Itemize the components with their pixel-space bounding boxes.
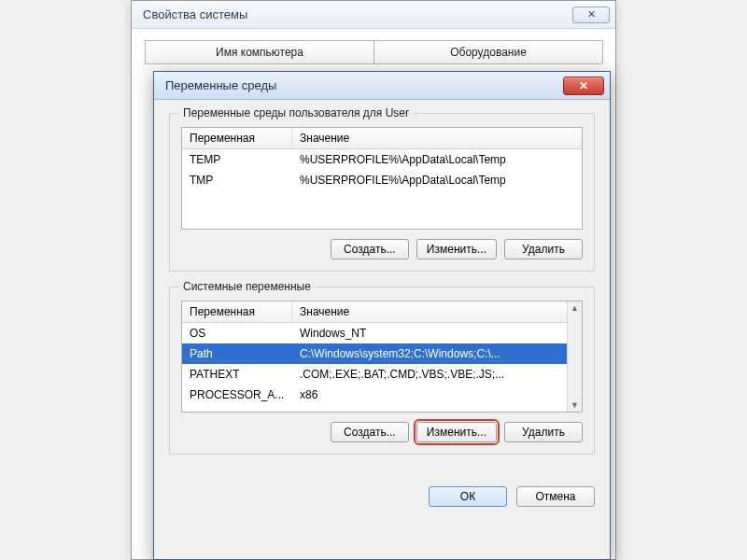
column-header-variable[interactable]: Переменная bbox=[182, 301, 292, 322]
var-value: x86 bbox=[292, 386, 567, 403]
system-properties-title: Свойства системы bbox=[143, 7, 572, 21]
table-row[interactable]: TEMP %USERPROFILE%\AppData\Local\Temp bbox=[182, 149, 582, 170]
var-value: %USERPROFILE%\AppData\Local\Temp bbox=[292, 172, 582, 189]
dialog-footer-buttons: ОК Отмена bbox=[154, 481, 610, 507]
system-vars-header: Переменная Значение bbox=[182, 301, 567, 323]
user-vars-list[interactable]: Переменная Значение TEMP %USERPROFILE%\A… bbox=[181, 127, 583, 230]
user-vars-header: Переменная Значение bbox=[182, 128, 582, 149]
scrollbar[interactable] bbox=[567, 301, 582, 412]
column-header-value[interactable]: Значение bbox=[292, 128, 582, 148]
close-icon: ✕ bbox=[587, 8, 596, 21]
table-row[interactable]: TMP %USERPROFILE%\AppData\Local\Temp bbox=[182, 170, 582, 190]
var-value: .COM;.EXE;.BAT;.CMD;.VBS;.VBE;.JS;... bbox=[292, 366, 567, 383]
var-value: C:\Windows\system32;C:\Windows;C:\... bbox=[292, 345, 567, 362]
table-row[interactable]: Path C:\Windows\system32;C:\Windows;C:\.… bbox=[182, 343, 567, 364]
system-create-button[interactable]: Создать... bbox=[331, 422, 409, 442]
var-name: TEMP bbox=[182, 151, 292, 168]
table-row[interactable]: OS Windows_NT bbox=[182, 323, 567, 343]
env-vars-title: Переменные среды bbox=[165, 78, 563, 92]
var-name: PROCESSOR_A... bbox=[182, 386, 292, 403]
column-header-value[interactable]: Значение bbox=[292, 301, 567, 322]
user-create-button[interactable]: Создать... bbox=[331, 239, 409, 259]
table-row[interactable]: PATHEXT .COM;.EXE;.BAT;.CMD;.VBS;.VBE;.J… bbox=[182, 364, 567, 385]
var-value: %USERPROFILE%\AppData\Local\Temp bbox=[292, 151, 582, 168]
system-properties-titlebar[interactable]: Свойства системы ✕ bbox=[132, 1, 615, 29]
env-vars-body: Переменные среды пользователя для User П… bbox=[154, 100, 610, 481]
system-vars-group: Системные переменные Переменная Значение… bbox=[169, 287, 595, 455]
system-edit-button[interactable]: Изменить... bbox=[416, 422, 497, 442]
system-delete-button[interactable]: Удалить bbox=[504, 422, 583, 442]
tab-row: Имя компьютера Оборудование bbox=[145, 40, 602, 64]
var-name: TMP bbox=[182, 172, 292, 189]
tab-hardware[interactable]: Оборудование bbox=[374, 40, 603, 63]
env-vars-close-button[interactable]: ✕ bbox=[563, 77, 604, 95]
var-name: OS bbox=[182, 325, 292, 342]
ok-button[interactable]: ОК bbox=[429, 486, 507, 507]
user-vars-group: Переменные среды пользователя для User П… bbox=[169, 113, 595, 272]
env-vars-dialog: Переменные среды ✕ Переменные среды поль… bbox=[153, 71, 611, 560]
user-vars-button-row: Создать... Изменить... Удалить bbox=[181, 239, 583, 259]
system-vars-rows: OS Windows_NT Path C:\Windows\system32;C… bbox=[182, 323, 567, 405]
user-vars-rows: TEMP %USERPROFILE%\AppData\Local\Temp TM… bbox=[182, 149, 582, 190]
system-vars-button-row: Создать... Изменить... Удалить bbox=[181, 422, 583, 442]
var-name: PATHEXT bbox=[182, 366, 292, 383]
table-row[interactable]: PROCESSOR_A... x86 bbox=[182, 385, 567, 405]
system-vars-legend: Системные переменные bbox=[179, 280, 315, 293]
var-name: Path bbox=[182, 345, 292, 362]
var-value: Windows_NT bbox=[292, 325, 567, 342]
system-properties-close-button[interactable]: ✕ bbox=[572, 7, 610, 23]
system-properties-body: Имя компьютера Оборудование bbox=[132, 29, 615, 76]
close-icon: ✕ bbox=[579, 79, 588, 92]
user-edit-button[interactable]: Изменить... bbox=[416, 239, 497, 259]
env-vars-titlebar[interactable]: Переменные среды ✕ bbox=[154, 72, 610, 100]
user-vars-legend: Переменные среды пользователя для User bbox=[179, 106, 413, 119]
user-delete-button[interactable]: Удалить bbox=[504, 239, 583, 259]
cancel-button[interactable]: Отмена bbox=[516, 486, 595, 507]
tab-computer-name[interactable]: Имя компьютера bbox=[145, 40, 374, 63]
system-vars-list[interactable]: Переменная Значение OS Windows_NT Path C… bbox=[181, 301, 583, 413]
column-header-variable[interactable]: Переменная bbox=[182, 128, 292, 148]
